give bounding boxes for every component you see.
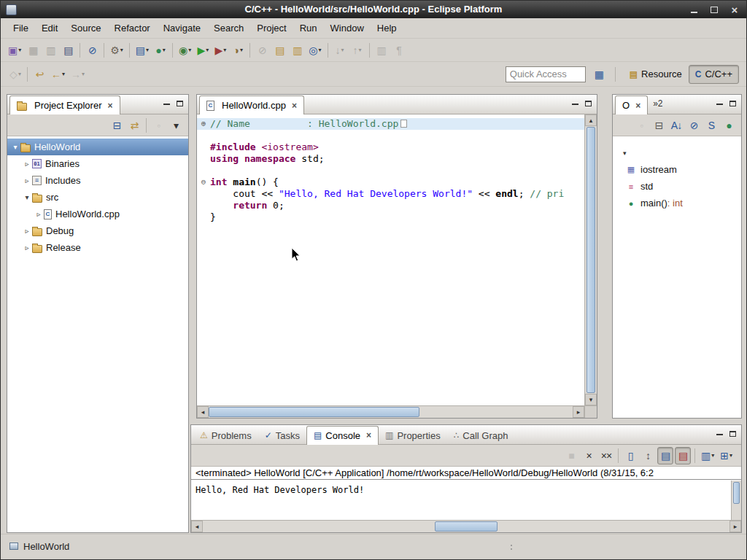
outline-item-std[interactable]: ≡std (613, 178, 741, 195)
code-area[interactable]: ⊕// Name : HelloWorld.cpp#include <iostr… (197, 114, 584, 405)
new-cpp-source-file-button[interactable]: ▤▾ (133, 42, 151, 59)
tab-project-explorer[interactable]: Project Explorer × (9, 96, 120, 114)
pin-editor-button[interactable]: ◇▾ (7, 66, 23, 83)
scrollbar-track[interactable] (203, 521, 729, 532)
maximize-view-button[interactable] (581, 98, 595, 109)
expanded-arrow-icon[interactable]: ▾ (22, 193, 32, 201)
scrollbar-thumb[interactable] (435, 521, 498, 532)
maximize-view-button[interactable] (726, 98, 739, 109)
save-all-button[interactable]: ▥ (42, 42, 58, 59)
menu-refactor[interactable]: Refactor (108, 20, 157, 36)
run-button[interactable]: ▶▾ (195, 42, 211, 59)
close-icon[interactable]: × (635, 101, 640, 110)
code-line[interactable]: #include <iostream> (197, 141, 584, 153)
back-button[interactable]: ←▾ (49, 66, 67, 83)
mark-occurrences-button[interactable]: ⊘ (254, 42, 270, 59)
code-line[interactable]: } (197, 211, 584, 223)
terminate-button[interactable]: ■ (563, 447, 579, 464)
remove-launch-button[interactable]: × (581, 447, 597, 464)
collapse-all-button[interactable]: ⊟ (651, 117, 667, 134)
clear-console-button[interactable]: ▯ (622, 447, 638, 464)
maximize-window-button[interactable] (708, 3, 721, 16)
menu-file[interactable]: File (7, 20, 35, 36)
code-line[interactable] (197, 165, 584, 176)
close-icon[interactable]: × (292, 101, 297, 110)
menu-project[interactable]: Project (250, 20, 293, 36)
code-editor[interactable]: ⊕// Name : HelloWorld.cpp#include <iostr… (197, 114, 597, 418)
sash-handle[interactable] (511, 545, 512, 550)
scroll-right-button[interactable]: ▸ (729, 521, 741, 532)
new-cpp-class-button[interactable]: ●▾ (152, 42, 169, 59)
scrollbar-track[interactable] (209, 406, 573, 418)
quick-access-input[interactable] (506, 66, 586, 82)
code-line[interactable]: return 0; (197, 200, 584, 211)
menu-navigate[interactable]: Navigate (157, 20, 207, 36)
maximize-view-button[interactable] (173, 98, 186, 109)
focus-on-active-task-button[interactable]: ◦ (150, 117, 166, 134)
tab-outline[interactable]: O × (615, 96, 648, 114)
tree-item-src[interactable]: ▾src (7, 189, 188, 206)
open-console-button[interactable]: ⊞▾ (718, 447, 735, 464)
tree-item-helloworld[interactable]: ▾HelloWorld (7, 139, 188, 155)
fold-minus-icon[interactable]: ⊖ (197, 176, 210, 188)
outline-item-main[interactable]: ●main() : int (613, 195, 741, 211)
collapsed-arrow-icon[interactable]: ▹ (22, 244, 32, 252)
code-line[interactable]: ⊖int main() { (197, 176, 584, 188)
link-with-editor-button[interactable]: ⇄ (126, 117, 142, 134)
menu-edit[interactable]: Edit (35, 20, 64, 36)
tree-item-debug[interactable]: ▹Debug (7, 222, 188, 239)
menu-help[interactable]: Help (371, 20, 403, 36)
console-horizontal-scrollbar[interactable]: ◂ ▸ (191, 520, 741, 532)
sort-button[interactable]: A↓ (668, 117, 684, 134)
editor-horizontal-scrollbar[interactable]: ◂ ▸ (197, 405, 584, 418)
minimize-window-button[interactable] (687, 3, 700, 16)
maximize-view-button[interactable] (726, 428, 739, 440)
tab-properties[interactable]: ▥Properties (379, 426, 447, 445)
search-button[interactable]: ◎▾ (306, 42, 323, 59)
console-vertical-scrollbar[interactable] (731, 481, 741, 520)
code-line[interactable] (197, 130, 584, 141)
close-window-button[interactable]: × (728, 3, 741, 16)
show-console-on-stderr-button[interactable]: ▤ (675, 447, 691, 464)
show-console-on-stdout-button[interactable]: ▤ (657, 447, 673, 464)
perspective-resource-button[interactable]: ▤Resource (623, 65, 689, 84)
print-button[interactable]: ▤ (60, 42, 76, 59)
code-line[interactable]: ⊕// Name : HelloWorld.cpp (197, 118, 584, 130)
menu-source[interactable]: Source (64, 20, 107, 36)
scrollbar-track[interactable] (585, 126, 597, 394)
new-button[interactable]: ▣▾ (6, 42, 23, 59)
forward-button[interactable]: →▾ (69, 66, 87, 83)
hide-static-members-button[interactable]: S (703, 117, 719, 134)
menu-search[interactable]: Search (207, 20, 250, 36)
show-selected-element-button[interactable]: ▥ (289, 42, 305, 59)
hidden-tabs-indicator[interactable]: »2 (653, 98, 662, 109)
skip-all-breakpoints-button[interactable]: ⊘ (84, 42, 100, 59)
profile-button[interactable]: ◑▾ (230, 42, 246, 59)
collapsed-region-indicator[interactable] (400, 120, 407, 128)
open-element-button[interactable]: ▤ (271, 42, 287, 59)
collapsed-arrow-icon[interactable]: ▹ (34, 210, 44, 218)
editor-tab-helloworld-cpp[interactable]: HelloWorld.cpp × (199, 96, 304, 114)
tab-tasks[interactable]: ✓Tasks (258, 426, 306, 445)
menu-window[interactable]: Window (324, 20, 371, 36)
minimize-view-button[interactable] (713, 98, 726, 109)
tree-item-helloworld-cpp[interactable]: ▹HelloWorld.cpp (7, 206, 188, 222)
toggle-block-selection-button[interactable]: ▥ (374, 42, 390, 59)
minimize-view-button[interactable] (713, 428, 726, 440)
code-line[interactable]: cout << "Hello, Red Hat Developers World… (197, 188, 584, 200)
console-output[interactable]: Hello, Red Hat Developers World! (191, 481, 731, 520)
tab-problems[interactable]: ⚠Problems (193, 426, 258, 445)
view-menu-button[interactable]: ▾ (613, 145, 741, 161)
outline-item-iostream[interactable]: ▦iostream (613, 161, 741, 178)
menu-run[interactable]: Run (293, 20, 324, 36)
expanded-arrow-icon[interactable]: ▾ (10, 143, 20, 151)
collapsed-arrow-icon[interactable]: ▹ (22, 227, 32, 235)
run-external-tools-button[interactable]: ▶▾ (212, 42, 228, 59)
close-icon[interactable]: × (366, 431, 371, 440)
perspective-cpp-button[interactable]: CC/C++ (689, 65, 739, 84)
remove-all-launches-button[interactable]: ×× (598, 447, 614, 464)
view-menu-button[interactable]: ▾ (168, 117, 184, 134)
fold-plus-icon[interactable]: ⊕ (197, 118, 210, 130)
save-button[interactable]: ▦ (25, 42, 41, 59)
next-annotation-button[interactable]: ↓▾ (332, 42, 348, 59)
